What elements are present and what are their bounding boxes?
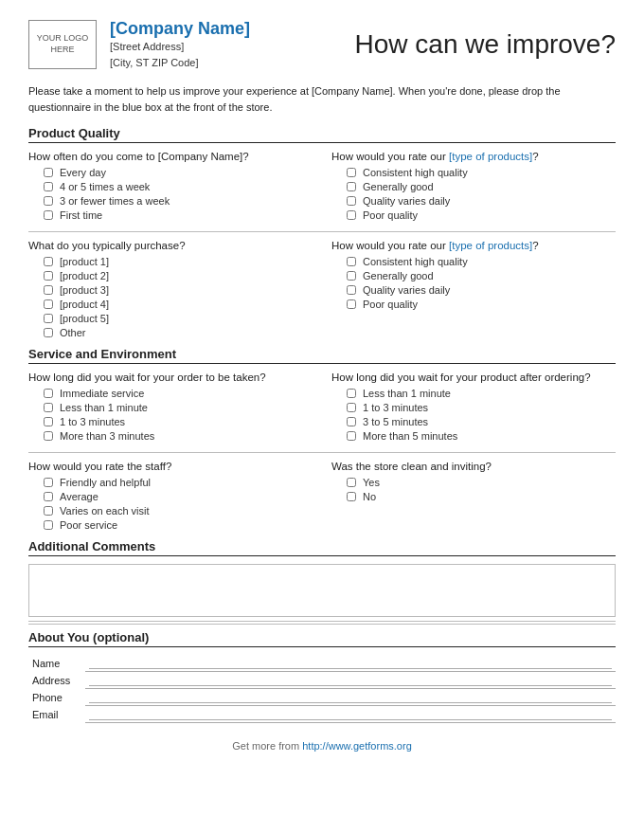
q2-checkbox-2[interactable] — [44, 271, 53, 281]
q4-label-3: Varies on each visit — [60, 505, 150, 517]
about-label-email: Email — [28, 706, 85, 723]
q1-right: How would you rate our [type of products… — [322, 151, 616, 224]
q4-right: Was the store clean and inviting? Yes No — [322, 461, 616, 534]
q2r-option-3: Quality varies daily — [347, 284, 616, 296]
q1r-checkbox-2[interactable] — [347, 182, 356, 191]
q3r-checkbox-3[interactable] — [347, 417, 356, 426]
q4-checkbox-1[interactable] — [44, 478, 53, 487]
q3r-checkbox-1[interactable] — [347, 389, 356, 398]
q3r-option-3: 3 to 5 minutes — [347, 416, 616, 427]
about-input-phone[interactable] — [89, 691, 612, 703]
about-input-name[interactable] — [89, 657, 612, 669]
q3r-checkbox-4[interactable] — [347, 431, 356, 441]
q1-option-3: 3 or fewer times a week — [44, 195, 313, 207]
q4r-option-1: Yes — [347, 477, 616, 488]
footer: Get more from http://www.getforms.org — [28, 740, 616, 752]
q2r-label-1: Consistent high quality — [363, 256, 468, 267]
comments-box-container — [28, 564, 616, 617]
q2-checkbox-3[interactable] — [44, 285, 53, 295]
q1-label-2: 4 or 5 times a week — [60, 181, 150, 192]
q3-checkbox-1[interactable] — [44, 389, 53, 398]
q3-checkbox-2[interactable] — [44, 403, 53, 412]
q2-checkbox-1[interactable] — [44, 257, 53, 266]
company-street: [Street Address] — [110, 39, 355, 55]
footer-link[interactable]: http://www.getforms.org — [302, 740, 412, 752]
q2r-checkbox-3[interactable] — [347, 285, 356, 295]
q1-option-2: 4 or 5 times a week — [44, 181, 313, 192]
q4r-checkbox-2[interactable] — [347, 492, 356, 501]
q4-left-label: How would you rate the staff? — [28, 461, 313, 472]
q2-checkbox-6[interactable] — [44, 328, 53, 337]
q4r-checkbox-1[interactable] — [347, 478, 356, 487]
q2-right-pre: How would you rate our — [331, 240, 449, 251]
q2-right-post: ? — [532, 240, 538, 251]
q3-left-label: How long did you wait for your order to … — [28, 372, 313, 383]
comments-line-3 — [28, 624, 616, 625]
q4-checkbox-3[interactable] — [44, 506, 53, 516]
q3r-checkbox-2[interactable] — [347, 403, 356, 412]
q2-option-4: [product 4] — [44, 299, 313, 310]
q2r-checkbox-4[interactable] — [347, 299, 356, 309]
q1r-checkbox-1[interactable] — [347, 168, 356, 177]
q2-left-label: What do you typically purchase? — [28, 240, 313, 251]
q4-checkbox-4[interactable] — [44, 520, 53, 530]
q2-checkbox-4[interactable] — [44, 299, 53, 309]
q1r-option-4: Poor quality — [347, 209, 616, 221]
q4-option-4: Poor service — [44, 519, 313, 531]
footer-text: Get more from — [232, 740, 302, 752]
q3r-label-4: More than 5 minutes — [363, 430, 457, 442]
q1r-option-2: Generally good — [347, 181, 616, 192]
q3-checkbox-4[interactable] — [44, 431, 53, 441]
q1-checkbox-4[interactable] — [44, 210, 53, 220]
q1-checkbox-3[interactable] — [44, 196, 53, 206]
q4-checkbox-2[interactable] — [44, 492, 53, 501]
q3-option-2: Less than 1 minute — [44, 402, 313, 413]
q1r-option-1: Consistent high quality — [347, 167, 616, 178]
q2-right: How would you rate our [type of products… — [322, 240, 616, 341]
q3-right-label: How long did you wait for your product a… — [331, 372, 616, 383]
about-input-address[interactable] — [89, 674, 612, 686]
q2r-option-2: Generally good — [347, 270, 616, 281]
q2-checkbox-5[interactable] — [44, 314, 53, 323]
q3-checkbox-3[interactable] — [44, 417, 53, 426]
q2-option-5: [product 5] — [44, 313, 313, 324]
q1r-label-4: Poor quality — [363, 209, 418, 221]
q1-left-label: How often do you come to [Company Name]? — [28, 151, 313, 162]
q3-left: How long did you wait for your order to … — [28, 372, 322, 444]
q2r-checkbox-2[interactable] — [347, 271, 356, 281]
comments-textarea[interactable] — [29, 565, 615, 616]
q1r-label-3: Quality varies daily — [363, 195, 450, 207]
about-table: Name Address Phone Email — [28, 655, 616, 723]
q1r-option-3: Quality varies daily — [347, 195, 616, 207]
q2-row: What do you typically purchase? [product… — [28, 240, 616, 341]
q2-label-1: [product 1] — [60, 256, 109, 267]
q4r-label-2: No — [363, 491, 376, 502]
q1-checkbox-1[interactable] — [44, 168, 53, 177]
header: YOUR LOGOHERE [Company Name] [Street Add… — [28, 19, 616, 70]
comments-line-2 — [28, 621, 616, 622]
about-input-email[interactable] — [89, 708, 612, 720]
q3-label-1: Immediate service — [60, 388, 144, 399]
about-label-phone: Phone — [28, 689, 85, 706]
q2-option-3: [product 3] — [44, 284, 313, 296]
q1-row: How often do you come to [Company Name]?… — [28, 151, 616, 224]
q3-option-3: 1 to 3 minutes — [44, 416, 313, 427]
q2-left: What do you typically purchase? [product… — [28, 240, 322, 341]
section-additional-comments: Additional Comments — [28, 539, 616, 556]
q3-label-2: Less than 1 minute — [60, 402, 148, 413]
q1r-label-1: Consistent high quality — [363, 167, 468, 178]
q4-right-label: Was the store clean and inviting? — [331, 461, 616, 472]
q2r-checkbox-1[interactable] — [347, 257, 356, 266]
about-row-name: Name — [28, 655, 616, 672]
q1-checkbox-2[interactable] — [44, 182, 53, 191]
q3-option-4: More than 3 minutes — [44, 430, 313, 442]
q1r-checkbox-3[interactable] — [347, 196, 356, 206]
main-title: How can we improve? — [355, 29, 616, 60]
q3r-option-1: Less than 1 minute — [347, 388, 616, 399]
q3-row: How long did you wait for your order to … — [28, 372, 616, 444]
q2r-label-3: Quality varies daily — [363, 284, 450, 296]
divider-2 — [28, 452, 616, 453]
q1r-checkbox-4[interactable] — [347, 210, 356, 220]
q2r-label-2: Generally good — [363, 270, 434, 281]
q3r-label-1: Less than 1 minute — [363, 388, 451, 399]
